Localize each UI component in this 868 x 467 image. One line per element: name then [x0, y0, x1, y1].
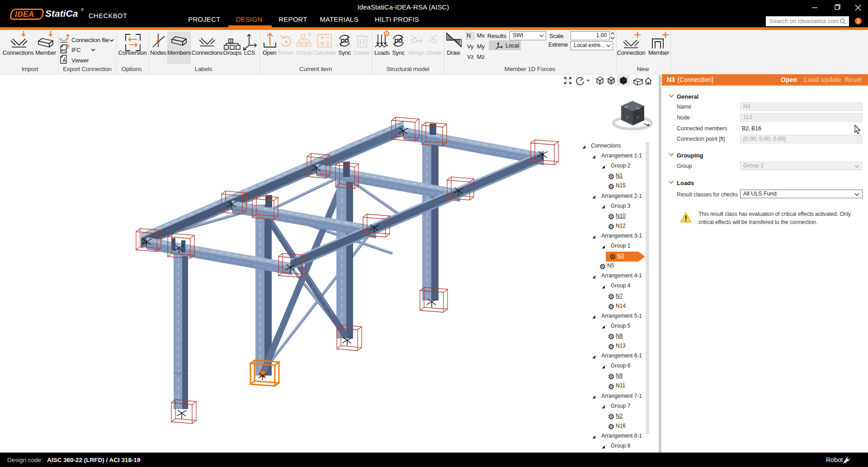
svg-text:IFC: IFC — [61, 49, 66, 52]
